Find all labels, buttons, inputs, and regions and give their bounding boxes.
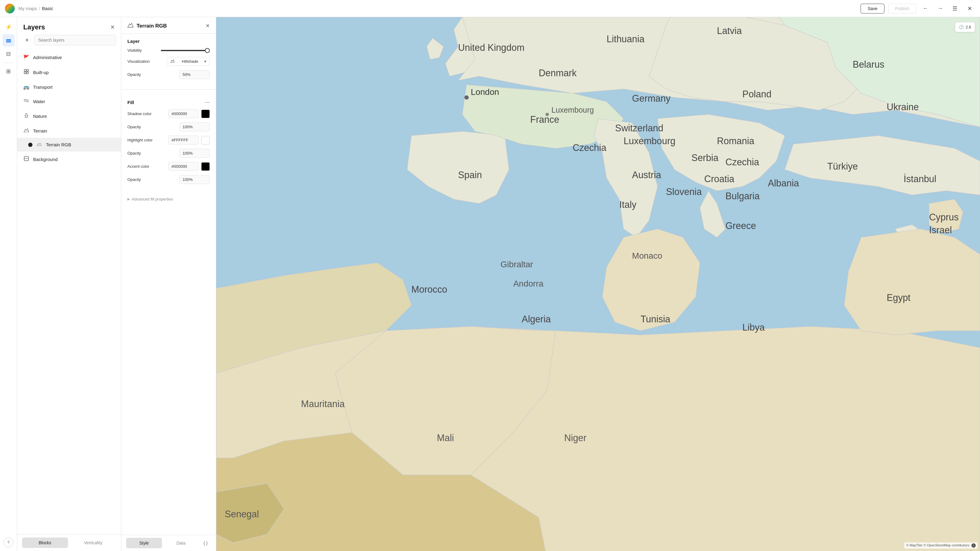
data-tab[interactable]: Data: [163, 538, 199, 548]
svg-text:Spain: Spain: [458, 170, 482, 180]
highlight-color-input[interactable]: [168, 136, 199, 144]
visibility-row: Visibility: [127, 48, 210, 52]
add-layer-button[interactable]: +: [22, 35, 32, 45]
svg-text:Poland: Poland: [742, 89, 772, 99]
accent-color-input[interactable]: [168, 162, 199, 171]
help-button[interactable]: ?: [4, 538, 13, 547]
layer-section-title: Layer: [127, 38, 210, 44]
props-panel: Terrain RGB ✕ Layer Visibility Visualiza…: [121, 17, 216, 551]
sidebar-item-lightning[interactable]: ⚡: [2, 21, 15, 33]
highlight-color-swatch[interactable]: [201, 136, 210, 144]
visibility-label: Visibility: [127, 48, 142, 52]
transport-icon: 🚌: [23, 84, 29, 90]
props-header: Terrain RGB ✕: [121, 17, 216, 34]
sidebar-item-plugins[interactable]: ⊞: [2, 65, 15, 78]
search-input[interactable]: [34, 35, 116, 45]
props-close-button[interactable]: ✕: [205, 23, 210, 29]
svg-text:Algeria: Algeria: [522, 314, 551, 324]
shadow-color-input[interactable]: [168, 109, 199, 118]
shadow-opacity-input[interactable]: [179, 122, 210, 131]
sidebar-item-settings[interactable]: ⊟: [2, 48, 15, 60]
terrain-rgb-type-icon: [36, 142, 42, 147]
map-attribution: © MapTiler © OpenStreetMap contributors …: [904, 542, 978, 549]
administrative-icon: 🚩: [23, 54, 29, 60]
svg-rect-6: [27, 72, 29, 74]
layer-item-nature[interactable]: Nature: [17, 108, 121, 124]
layer-opacity-input[interactable]: [179, 70, 210, 79]
search-row: +: [17, 35, 121, 50]
svg-text:Monaco: Monaco: [632, 251, 662, 260]
terrain-icon: [23, 128, 29, 133]
layer-item-administrative[interactable]: 🚩 Administrative: [17, 50, 121, 65]
layers-header: Layers ✕: [17, 17, 121, 35]
highlight-color-swatch-row: [168, 136, 210, 144]
forward-button[interactable]: →: [935, 3, 946, 14]
layer-item-builtup[interactable]: Built-up: [17, 65, 121, 80]
svg-rect-0: [6, 39, 11, 40]
shadow-color-swatch[interactable]: [201, 110, 210, 118]
highlight-opacity-input[interactable]: [179, 149, 210, 158]
svg-text:Luxembourg: Luxembourg: [624, 136, 675, 146]
save-button[interactable]: Save: [861, 4, 885, 13]
svg-text:Lithuania: Lithuania: [607, 34, 645, 44]
layers-panel: Layers ✕ + 🚩 Administrative Built-up 🚌 T…: [17, 17, 121, 551]
fill-section-title: Fill: [127, 100, 134, 105]
highlight-color-label: Highlight color: [127, 138, 153, 142]
chevron-down-icon: ▾: [204, 59, 207, 64]
code-tab[interactable]: { }: [200, 538, 211, 549]
info-icon: i: [971, 543, 976, 548]
topbar-close-button[interactable]: ✕: [964, 3, 975, 14]
back-button[interactable]: ←: [920, 3, 931, 14]
layer-item-background[interactable]: Background: [17, 151, 121, 167]
map-area[interactable]: United Kingdom Denmark Lithuania Latvia …: [216, 17, 980, 551]
water-icon: [23, 98, 29, 104]
props-title: Terrain RGB: [137, 23, 202, 29]
layers-close-button[interactable]: ✕: [110, 24, 115, 30]
accent-color-swatch-row: [168, 162, 210, 171]
svg-text:Israel: Israel: [929, 225, 952, 235]
svg-text:Serbia: Serbia: [692, 152, 719, 163]
svg-text:Cyprus: Cyprus: [929, 212, 959, 222]
blocks-tab[interactable]: Blocks: [22, 538, 68, 548]
breadcrumb-link[interactable]: My maps: [18, 6, 37, 11]
sidebar-item-layers[interactable]: [2, 34, 15, 46]
svg-text:Croatia: Croatia: [704, 173, 734, 184]
visualization-row: Visualization Hillshade ▾: [127, 57, 210, 66]
fill-collapse-icon[interactable]: —: [205, 100, 210, 105]
svg-text:İstanbul: İstanbul: [904, 173, 937, 184]
svg-point-52: [546, 113, 549, 116]
svg-text:Switzerland: Switzerland: [615, 123, 663, 133]
svg-text:Italy: Italy: [619, 199, 637, 210]
visualization-dropdown[interactable]: Hillshade ▾: [167, 57, 210, 66]
accent-color-label: Accent color: [127, 164, 150, 169]
visibility-slider[interactable]: [161, 50, 210, 51]
svg-text:Germany: Germany: [632, 93, 671, 104]
shadow-color-label: Shadow color: [127, 111, 151, 116]
builtup-icon: [23, 69, 29, 76]
verticality-tab[interactable]: Verticality: [70, 538, 116, 548]
nature-icon: [23, 113, 29, 119]
breadcrumb-separator: /: [39, 6, 40, 11]
visualization-icon: [170, 59, 176, 64]
layer-item-transport[interactable]: 🚌 Transport: [17, 80, 121, 94]
svg-text:Mauritania: Mauritania: [301, 399, 345, 409]
publish-button[interactable]: Publish: [888, 4, 916, 13]
layer-item-terrain-rgb[interactable]: Terrain RGB: [17, 138, 121, 151]
layer-item-terrain[interactable]: Terrain: [17, 124, 121, 138]
accent-opacity-label: Opacity: [127, 177, 141, 182]
style-tab[interactable]: Style: [126, 538, 162, 548]
svg-text:London: London: [471, 87, 499, 97]
visualization-label: Visualization: [127, 59, 150, 64]
svg-text:Morocco: Morocco: [411, 284, 447, 294]
background-icon: [23, 156, 29, 162]
accent-opacity-input[interactable]: [179, 175, 210, 184]
svg-text:Senegal: Senegal: [225, 509, 259, 519]
svg-text:Slovenia: Slovenia: [666, 186, 702, 197]
menu-button[interactable]: ☰: [950, 3, 960, 14]
highlight-opacity-label: Opacity: [127, 151, 141, 156]
accent-color-swatch[interactable]: [201, 162, 210, 171]
layer-item-water[interactable]: Water: [17, 94, 121, 108]
advanced-fill-row[interactable]: ▶ Advanced fill properties: [121, 193, 216, 205]
svg-rect-4: [27, 70, 29, 71]
layer-opacity-row: Opacity: [127, 70, 210, 79]
